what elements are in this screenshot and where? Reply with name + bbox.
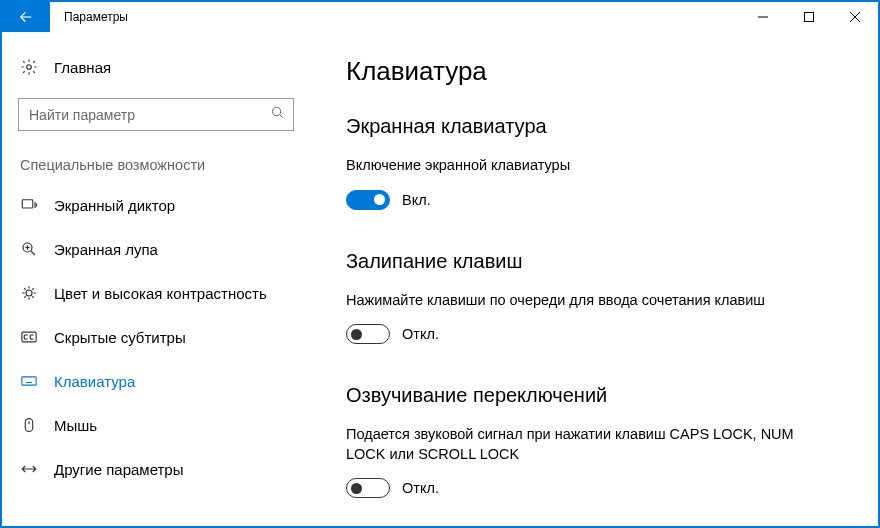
sidebar-item-closed-captions[interactable]: Скрытые субтитры (2, 315, 310, 359)
section-sticky-keys: Залипание клавиш Нажимайте клавиши по оч… (346, 250, 854, 345)
sidebar-item-label: Другие параметры (54, 461, 184, 478)
arrows-icon (20, 460, 38, 478)
sidebar-item-keyboard[interactable]: Клавиатура (2, 359, 310, 403)
svg-rect-1 (805, 13, 814, 22)
svg-line-9 (31, 251, 35, 255)
svg-line-17 (24, 288, 26, 290)
sidebar-item-label: Клавиатура (54, 373, 135, 390)
search-input[interactable] (29, 107, 270, 123)
window-controls (740, 2, 878, 32)
toggle-state-label: Откл. (402, 480, 439, 496)
titlebar: Параметры (2, 2, 878, 32)
svg-rect-22 (22, 377, 36, 385)
minimize-button[interactable] (740, 2, 786, 32)
close-button[interactable] (832, 2, 878, 32)
sidebar-item-label: Экранная лупа (54, 241, 158, 258)
sidebar-item-magnifier[interactable]: Экранная лупа (2, 227, 310, 271)
svg-point-12 (26, 290, 32, 296)
sidebar-item-label: Экранный диктор (54, 197, 175, 214)
sidebar-item-narrator[interactable]: Экранный диктор (2, 183, 310, 227)
svg-rect-7 (22, 200, 33, 208)
svg-point-5 (273, 108, 281, 116)
search-box[interactable] (18, 98, 294, 131)
sidebar: Главная Специальные возможности Экранный… (2, 32, 310, 526)
narrator-icon (20, 196, 38, 214)
section-heading: Озвучивание переключений (346, 384, 854, 407)
window-body: Главная Специальные возможности Экранный… (2, 32, 878, 526)
toggle-knob (351, 483, 362, 494)
toggle-knob (351, 329, 362, 340)
sidebar-item-mouse[interactable]: Мышь (2, 403, 310, 447)
maximize-icon (804, 12, 814, 22)
maximize-button[interactable] (786, 2, 832, 32)
toggle-knob (374, 194, 385, 205)
svg-line-20 (32, 288, 34, 290)
sidebar-item-label: Скрытые субтитры (54, 329, 186, 346)
keyboard-icon (20, 372, 38, 390)
search-wrap (2, 98, 310, 131)
settings-window: Параметры Главная (0, 0, 880, 528)
svg-point-4 (27, 65, 32, 70)
content-area: Клавиатура Экранная клавиатура Включение… (310, 32, 878, 526)
mouse-icon (20, 416, 38, 434)
section-desc: Включение экранной клавиатуры (346, 156, 806, 176)
toggle-state-label: Вкл. (402, 192, 431, 208)
section-heading: Залипание клавиш (346, 250, 854, 273)
sidebar-item-other[interactable]: Другие параметры (2, 447, 310, 491)
onscreen-keyboard-toggle[interactable] (346, 190, 390, 210)
search-icon (270, 105, 285, 124)
toggle-row: Откл. (346, 478, 854, 498)
back-button[interactable] (2, 2, 50, 32)
sidebar-nav: Экранный диктор Экранная лупа Цвет и выс… (2, 183, 310, 491)
sticky-keys-toggle[interactable] (346, 324, 390, 344)
home-button[interactable]: Главная (2, 50, 310, 84)
arrow-left-icon (17, 8, 35, 26)
section-onscreen-keyboard: Экранная клавиатура Включение экранной к… (346, 115, 854, 210)
svg-line-18 (32, 296, 34, 298)
sidebar-section-label: Специальные возможности (2, 157, 310, 173)
section-toggle-keys: Озвучивание переключений Подается звуков… (346, 384, 854, 498)
toggle-row: Вкл. (346, 190, 854, 210)
svg-line-6 (280, 115, 283, 118)
window-title: Параметры (50, 2, 740, 32)
page-title: Клавиатура (346, 56, 854, 87)
home-label: Главная (54, 59, 111, 76)
sidebar-item-high-contrast[interactable]: Цвет и высокая контрастность (2, 271, 310, 315)
gear-icon (20, 58, 38, 76)
minimize-icon (758, 12, 768, 22)
sidebar-item-label: Цвет и высокая контрастность (54, 285, 267, 302)
section-desc: Нажимайте клавиши по очереди для ввода с… (346, 291, 806, 311)
magnifier-icon (20, 240, 38, 258)
section-heading: Экранная клавиатура (346, 115, 854, 138)
svg-line-19 (24, 296, 26, 298)
sidebar-item-label: Мышь (54, 417, 97, 434)
close-icon (850, 12, 860, 22)
toggle-keys-toggle[interactable] (346, 478, 390, 498)
svg-rect-29 (25, 419, 33, 432)
section-desc: Подается звуковой сигнал при нажатии кла… (346, 425, 806, 464)
toggle-row: Откл. (346, 324, 854, 344)
contrast-icon (20, 284, 38, 302)
cc-icon (20, 328, 38, 346)
toggle-state-label: Откл. (402, 326, 439, 342)
